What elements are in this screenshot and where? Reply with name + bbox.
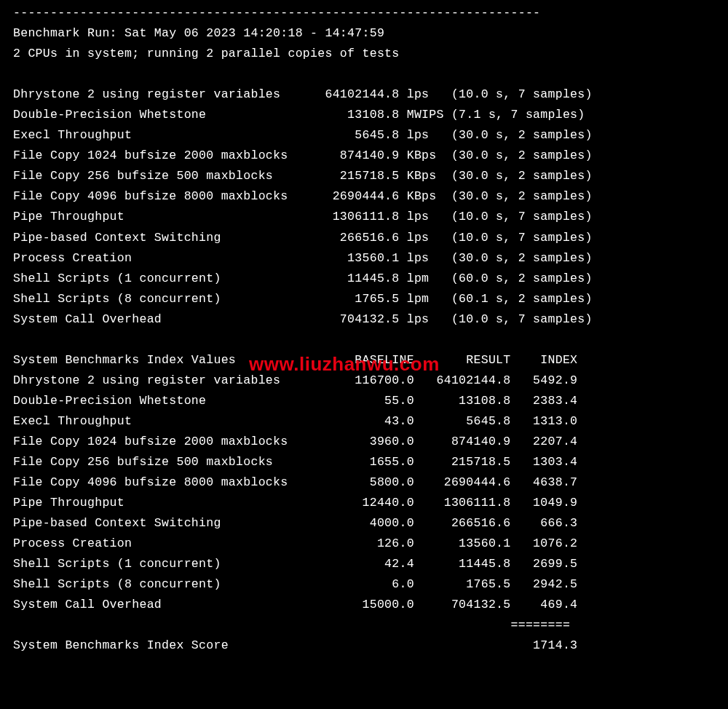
terminal-output: ----------------------------------------… (0, 0, 728, 709)
